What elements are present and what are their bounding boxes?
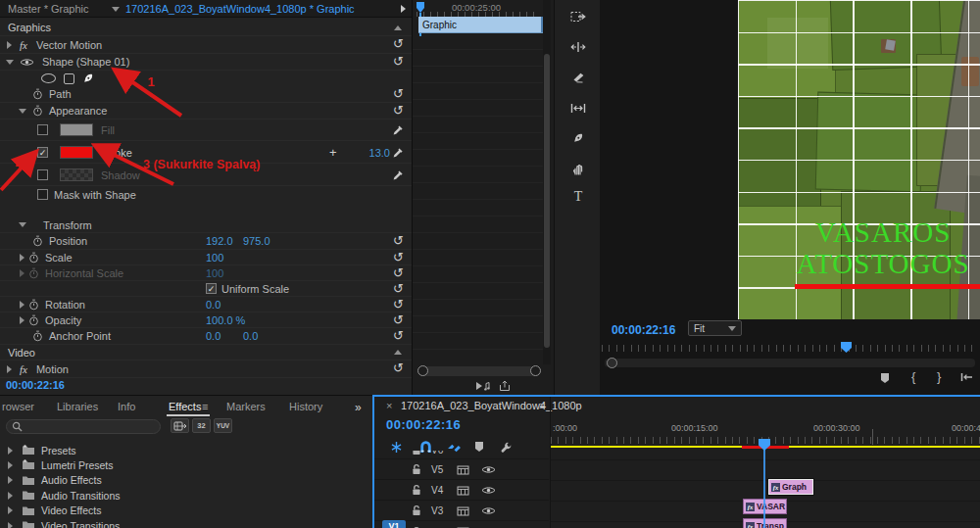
program-video-frame[interactable]: VASAROS ATOSTOGOS — [738, 0, 980, 319]
reset-icon[interactable]: ↺ — [393, 104, 404, 118]
expand-icon[interactable] — [20, 301, 24, 309]
track-header-v6-partial[interactable]: V6 — [374, 451, 549, 459]
timeline-playhead[interactable] — [759, 439, 770, 451]
expand-icon[interactable] — [20, 254, 24, 262]
pen-tool-icon[interactable] — [566, 129, 590, 147]
opacity-value[interactable]: 100.0 % — [206, 314, 245, 326]
track-header-v4[interactable]: V4 — [374, 481, 549, 501]
tab-clip-graphic[interactable]: 170216A_023_BoyatWindow4_1080p * Graphic — [125, 3, 355, 15]
eyedropper-icon[interactable] — [392, 124, 404, 136]
eye-icon[interactable] — [481, 465, 496, 474]
timeline-clip-graphic[interactable]: fx Graph — [768, 479, 813, 495]
collapse-icon[interactable] — [6, 60, 14, 65]
stopwatch-icon[interactable] — [32, 235, 43, 247]
reset-icon[interactable]: ↺ — [393, 234, 404, 248]
tab-master-graphic[interactable]: Master * Graphic — [8, 3, 89, 15]
graphics-section-header[interactable]: Graphics — [0, 20, 412, 36]
go-to-in-icon[interactable] — [960, 372, 973, 382]
accelerated-effects-filter-icon[interactable] — [171, 418, 189, 433]
stroke-width-value[interactable]: 13.0 — [361, 147, 390, 159]
collapse-section-icon[interactable] — [394, 350, 402, 355]
collapse-section-icon[interactable] — [394, 25, 402, 30]
effects-bin-lumetri-presets[interactable]: Lumetri Presets — [0, 457, 365, 472]
reset-icon[interactable]: ↺ — [393, 282, 404, 296]
play-audio-icon[interactable] — [475, 381, 491, 391]
video-section-header[interactable]: Video — [0, 345, 412, 360]
mask-with-shape-checkbox[interactable] — [37, 189, 48, 200]
panel-menu-icon[interactable]: ≡ — [539, 400, 545, 411]
expand-icon[interactable] — [8, 461, 13, 469]
track-label[interactable]: V4 — [431, 485, 443, 496]
scrollbar-handle[interactable] — [607, 358, 617, 368]
vertical-scrollbar-track[interactable] — [543, 0, 551, 364]
collapse-icon[interactable] — [19, 222, 26, 227]
anchor-x-value[interactable]: 0.0 — [206, 330, 220, 342]
zoom-handle-right[interactable] — [530, 365, 541, 376]
program-scrollbar[interactable] — [605, 359, 975, 367]
source-patch-v1-badge[interactable]: V1 — [382, 520, 406, 528]
zoom-handle-left[interactable] — [417, 365, 428, 376]
timeline-tab-title[interactable]: 170216A_023_BoyatWindow4_1080p — [401, 400, 582, 411]
row-appearance[interactable]: Appearance ↺ — [0, 103, 412, 120]
mark-out-icon[interactable]: } — [937, 369, 941, 384]
lock-icon[interactable] — [412, 504, 421, 517]
reset-icon[interactable]: ↺ — [393, 313, 404, 327]
fill-enable-checkbox[interactable] — [37, 124, 48, 135]
stopwatch-icon[interactable] — [28, 299, 39, 311]
32bit-color-filter-icon[interactable]: 32 — [192, 418, 211, 433]
row-transform[interactable]: Transform — [0, 217, 412, 233]
expand-icon[interactable] — [20, 316, 24, 324]
fill-color-swatch[interactable] — [60, 123, 93, 136]
hand-tool-icon[interactable] — [566, 160, 590, 177]
razor-tool-icon[interactable] — [566, 69, 590, 86]
expand-icon[interactable] — [20, 269, 24, 277]
stopwatch-icon[interactable] — [28, 314, 39, 326]
sync-lock-icon[interactable] — [457, 465, 469, 475]
type-tool-icon[interactable]: T — [566, 188, 590, 206]
track-label[interactable]: V3 — [431, 505, 443, 516]
lock-icon[interactable] — [412, 451, 421, 456]
eyedropper-icon[interactable] — [392, 147, 404, 159]
zoom-level-select[interactable]: Fit — [688, 320, 742, 336]
reset-icon[interactable]: ↺ — [393, 251, 404, 264]
panel-menu-icon[interactable]: ≡ — [202, 401, 208, 412]
lock-icon[interactable] — [412, 484, 421, 497]
eye-icon[interactable] — [481, 506, 496, 515]
effects-bin-presets[interactable]: Presets — [0, 443, 365, 457]
slip-tool-icon[interactable] — [566, 99, 590, 117]
reset-icon[interactable]: ↺ — [393, 298, 404, 312]
reset-icon[interactable]: ↺ — [393, 55, 404, 69]
vertical-scrollbar-thumb[interactable] — [544, 54, 550, 348]
lock-icon[interactable] — [412, 463, 421, 476]
row-vector-motion[interactable]: fx Vector Motion ↺ — [0, 36, 412, 54]
expand-icon[interactable] — [8, 476, 13, 484]
close-icon[interactable]: × — [386, 400, 392, 411]
tab-browser[interactable]: rowser — [2, 401, 34, 412]
sync-lock-icon[interactable] — [457, 506, 469, 516]
more-panels-icon[interactable]: » — [355, 401, 362, 414]
track-select-forward-tool-icon[interactable] — [566, 8, 590, 25]
tab-markers[interactable]: Markers — [226, 401, 266, 412]
tab-effects[interactable]: Effects — [169, 401, 201, 412]
effects-bin-audio-effects[interactable]: Audio Effects — [0, 473, 365, 488]
shadow-color-swatch[interactable] — [60, 168, 93, 181]
collapse-icon[interactable] — [19, 109, 26, 114]
timeline-timecode[interactable]: 00:00:22:16 — [386, 417, 461, 432]
program-timecode[interactable]: 00:00:22:16 — [612, 323, 675, 337]
effects-bin-audio-transitions[interactable]: Audio Transitions — [0, 488, 365, 503]
pen-tool-icon[interactable] — [82, 72, 94, 84]
tab-libraries[interactable]: Libraries — [57, 401, 98, 412]
track-label[interactable]: V5 — [431, 464, 443, 475]
eyedropper-icon[interactable] — [392, 169, 404, 181]
stroke-enable-checkbox[interactable]: ✓ — [37, 147, 48, 158]
export-frame-icon[interactable] — [499, 380, 511, 392]
stroke-color-swatch[interactable] — [60, 146, 93, 159]
eye-icon[interactable] — [481, 486, 496, 495]
position-y-value[interactable]: 975.0 — [243, 235, 270, 247]
stopwatch-icon[interactable] — [32, 88, 43, 100]
anchor-y-value[interactable]: 0.0 — [243, 330, 258, 342]
stopwatch-icon[interactable] — [28, 252, 39, 264]
rotation-value[interactable]: 0.0 — [206, 299, 220, 311]
expand-icon[interactable] — [8, 447, 13, 455]
reset-icon[interactable]: ↺ — [393, 266, 404, 280]
